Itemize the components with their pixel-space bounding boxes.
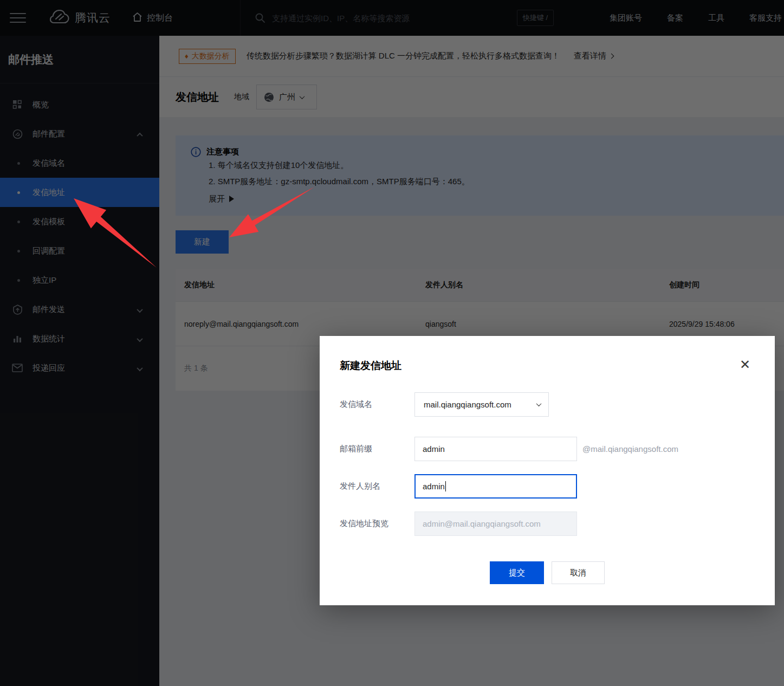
alias-field-label: 发件人别名 (340, 481, 414, 491)
text-cursor (445, 481, 446, 491)
submit-button[interactable]: 提交 (490, 561, 544, 584)
modal-title: 新建发信地址 (340, 359, 401, 373)
field-row-alias: 发件人别名 admin (340, 474, 577, 499)
alias-input-value: admin (423, 482, 445, 491)
alias-input[interactable]: admin (414, 474, 577, 499)
create-address-modal: 新建发信地址 ✕ 发信域名 mail.qiangqiangsoft.com 邮箱… (320, 336, 775, 605)
chevron-down-icon (536, 401, 542, 406)
prefix-input[interactable]: admin (414, 437, 577, 461)
prefix-input-value: admin (423, 444, 445, 454)
close-icon[interactable]: ✕ (738, 358, 752, 372)
domain-select[interactable]: mail.qiangqiangsoft.com (414, 392, 549, 417)
prefix-field-label: 邮箱前缀 (340, 444, 414, 454)
domain-field-label: 发信域名 (340, 399, 414, 410)
preview-input-value: admin@mail.qiangqiangsoft.com (423, 519, 541, 528)
domain-select-value: mail.qiangqiangsoft.com (424, 400, 537, 409)
preview-field-label: 发信地址预览 (340, 519, 414, 529)
field-row-prefix: 邮箱前缀 admin @mail.qiangqiangsoft.com (340, 437, 678, 461)
domain-suffix-text: @mail.qiangqiangsoft.com (582, 444, 678, 454)
modal-footer: 提交 取消 (320, 561, 775, 584)
preview-input: admin@mail.qiangqiangsoft.com (414, 512, 577, 536)
field-row-domain: 发信域名 mail.qiangqiangsoft.com (340, 392, 549, 417)
field-row-preview: 发信地址预览 admin@mail.qiangqiangsoft.com (340, 512, 577, 536)
cancel-button[interactable]: 取消 (552, 561, 605, 584)
app-window: 腾讯云 控制台 快捷键 / 集团账号 备案 工具 客服支持 邮件推送 (0, 0, 784, 686)
